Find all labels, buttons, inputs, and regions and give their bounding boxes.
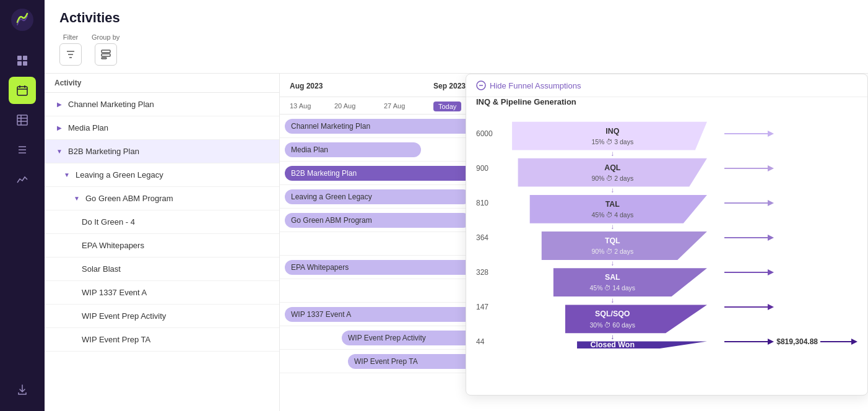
list-item[interactable]: EPA Whitepapers [45,234,279,257]
activity-name: Go Green ABM Program [85,194,173,203]
funnel-arrow [724,186,857,220]
funnel-arrow [724,116,857,151]
funnel-number: 147 [476,290,493,324]
svg-marker-52 [768,200,774,206]
funnel-arrow [724,220,857,255]
month-aug: Aug 2023 [285,80,433,91]
activity-name: WIP 1337 Event A [82,288,147,297]
list-item[interactable]: WIP Event Prep TA [45,328,279,352]
hide-funnel-label: Hide Funnel Assumptions [490,81,581,90]
gantt-area: Aug 2023 Sep 2023 13 Aug 20 Aug [280,74,868,411]
funnel-title: INQ & Pipeline Generation [466,97,867,111]
expand-icon: ▶ [54,100,64,110]
svg-text:SQL/SQO: SQL/SQO [595,309,630,318]
sidebar-item-table[interactable] [9,106,36,134]
activity-name: Channel Marketing Plan [68,100,154,109]
list-item[interactable]: ▶ Media Plan [45,116,279,140]
funnel-right-arrows: $819,304.88 [724,111,857,359]
list-item[interactable]: Solar Blast [45,257,279,281]
activity-column-header: Activity [45,74,279,93]
sidebar-item-dashboard[interactable] [9,47,36,74]
svg-rect-17 [102,54,110,56]
svg-text:↓: ↓ [610,223,614,230]
funnel-numbers: 6000 900 810 364 328 147 44 [476,111,500,359]
sidebar-item-calendar[interactable] [9,77,36,104]
svg-text:45% ⏱ 4 days: 45% ⏱ 4 days [591,212,633,218]
svg-rect-9 [17,115,27,125]
svg-text:↓: ↓ [610,150,614,157]
activity-name: EPA Whitepapers [82,241,144,250]
svg-rect-16 [102,50,110,53]
gantt-bar[interactable]: Leaving a Green Legacy [285,189,471,204]
expand-icon: ▼ [62,170,72,180]
activity-name: WIP Event Prep TA [82,335,150,344]
list-item[interactable]: ▼ B2B Marketing Plan [45,140,279,163]
svg-marker-41 [565,305,707,333]
group-by-group: Group by [92,33,119,66]
funnel-overlay: Hide Funnel Assumptions INQ & Pipeline G… [466,74,868,396]
gantt-bar[interactable]: B2B Marketing Plan [285,166,495,181]
svg-marker-25 [518,158,706,187]
svg-text:↓: ↓ [610,333,614,340]
svg-text:SAL: SAL [605,273,620,282]
funnel-chart-container: 6000 900 810 364 328 147 44 [466,111,867,359]
list-item[interactable]: Do It Green - 4 [45,210,279,234]
list-item[interactable]: WIP 1337 Event A [45,281,279,305]
list-item[interactable]: ▼ Leaving a Green Legacy [45,163,279,187]
expand-icon: ▼ [72,194,82,204]
funnel-header: Hide Funnel Assumptions [466,74,867,97]
sidebar-navigation [0,47,45,193]
svg-text:Closed Won: Closed Won [590,340,634,349]
svg-text:TAL: TAL [605,200,620,209]
list-item[interactable]: ▼ Go Green ABM Program [45,187,279,210]
activity-name: B2B Marketing Plan [68,147,139,156]
svg-rect-18 [102,58,106,59]
svg-text:AQL: AQL [604,163,621,172]
svg-rect-3 [17,61,22,66]
svg-text:15% ⏱ 3 days: 15% ⏱ 3 days [591,139,633,145]
sidebar-item-export[interactable] [9,376,36,404]
funnel-number: 44 [476,324,493,359]
gantt-bar[interactable]: Media Plan [285,142,421,157]
group-by-button[interactable] [95,43,117,66]
toolbar: Filter Group by [59,33,853,73]
list-item[interactable]: WIP Event Prep Activity [45,305,279,328]
week-label: 13 Aug [285,102,334,110]
activity-name: Leaving a Green Legacy [76,170,163,180]
today-button[interactable]: Today [433,102,461,111]
funnel-number: 328 [476,255,493,290]
svg-marker-50 [768,165,774,171]
hide-funnel-button[interactable]: Hide Funnel Assumptions [476,80,581,90]
closed-won-value: $819,304.88 [776,337,818,346]
gantt-bar[interactable]: Channel Marketing Plan [285,119,483,134]
svg-text:↓: ↓ [610,296,614,304]
activity-name: WIP Event Prep Activity [82,311,166,321]
svg-rect-1 [17,56,22,60]
funnel-arrow [724,290,857,324]
svg-text:INQ: INQ [605,127,619,136]
main-content: Activities Filter Group by [45,0,868,411]
table-area: Activity ▶ Channel Marketing Plan ▶ Medi… [45,74,868,411]
svg-marker-60 [768,339,774,345]
filter-group: Filter [59,33,82,66]
funnel-svg: INQ 15% ⏱ 3 days ↓ AQL 90% ⏱ 2 days ↓ T [500,111,725,354]
activity-list: Activity ▶ Channel Marketing Plan ▶ Medi… [45,74,280,411]
funnel-number: 900 [476,151,493,186]
gantt-bar[interactable]: Go Green ABM Program [285,213,471,228]
activity-name: Solar Blast [82,264,121,274]
filter-button[interactable] [59,43,82,66]
sidebar-item-list[interactable] [9,136,36,163]
expand-icon: ▶ [54,123,64,133]
funnel-arrow [724,151,857,186]
svg-text:TQL: TQL [605,236,620,245]
page-title: Activities [59,10,853,26]
svg-rect-5 [17,87,27,95]
svg-rect-4 [23,61,27,66]
gantt-bar[interactable]: EPA Whitepapers [285,260,483,275]
svg-text:↓: ↓ [610,259,614,267]
week-label: 20 Aug [334,102,384,110]
sidebar-item-chart[interactable] [9,166,36,193]
expand-icon: ▼ [54,147,64,157]
list-item[interactable]: ▶ Channel Marketing Plan [45,93,279,116]
svg-text:90% ⏱ 2 days: 90% ⏱ 2 days [591,175,633,182]
